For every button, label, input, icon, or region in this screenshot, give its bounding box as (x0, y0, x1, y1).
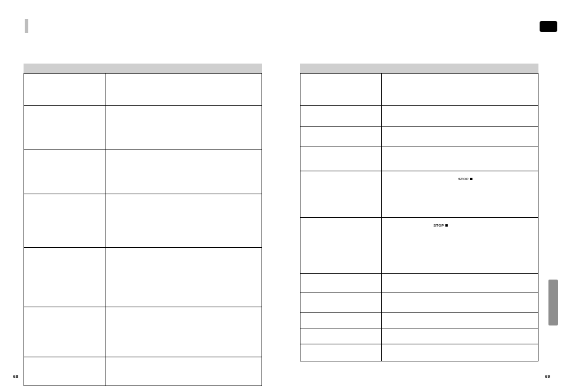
problem-cell (24, 357, 105, 386)
table-row (300, 273, 538, 293)
solution-cell (382, 74, 538, 105)
table-row (300, 74, 538, 105)
problem-cell (24, 307, 105, 357)
table-row (24, 74, 262, 105)
stop-label-text: STOP (434, 224, 444, 227)
right-header-solution (381, 64, 538, 73)
table-row (300, 105, 538, 126)
problem-cell (300, 171, 382, 217)
table-row (24, 194, 262, 247)
left-page (24, 64, 262, 386)
right-table: STOPSTOP (300, 73, 538, 361)
stop-marker: STOP (458, 177, 472, 181)
stop-icon (470, 178, 472, 180)
right-page: STOPSTOP (300, 64, 538, 361)
table-row (300, 312, 538, 328)
problem-cell (300, 127, 382, 147)
solution-cell (382, 106, 538, 126)
left-table-header (24, 64, 262, 73)
problem-cell (300, 274, 382, 293)
stop-label-text: STOP (458, 177, 468, 181)
solution-cell (382, 344, 538, 361)
table-row: STOP (300, 217, 538, 273)
solution-cell (382, 293, 538, 312)
problem-cell (24, 194, 105, 247)
problem-cell (300, 344, 382, 361)
solution-cell (382, 147, 538, 171)
table-row (300, 126, 538, 147)
table-row (24, 307, 262, 357)
table-row (24, 357, 262, 386)
left-margin-mark (25, 19, 28, 33)
solution-cell (382, 313, 538, 328)
solution-cell (105, 357, 262, 386)
stop-marker: STOP (434, 224, 448, 227)
table-row (300, 147, 538, 171)
solution-cell (105, 106, 262, 150)
table-row (24, 150, 262, 194)
right-corner-mark (540, 21, 557, 32)
problem-cell (24, 248, 105, 307)
problem-cell (300, 218, 382, 273)
problem-cell (300, 74, 382, 105)
solution-cell (382, 274, 538, 293)
left-header-solution (105, 64, 262, 73)
left-header-problem (24, 64, 105, 73)
table-row (24, 247, 262, 307)
solution-cell (105, 194, 262, 247)
solution-cell (105, 74, 262, 105)
solution-cell (105, 248, 262, 307)
problem-cell (24, 106, 105, 150)
problem-cell (300, 293, 382, 312)
right-table-header (300, 64, 538, 73)
solution-cell (382, 127, 538, 147)
left-table (24, 73, 262, 386)
solution-cell (382, 328, 538, 344)
solution-cell (105, 307, 262, 357)
problem-cell (300, 328, 382, 344)
table-row (300, 293, 538, 312)
table-row: STOP (300, 171, 538, 217)
problem-cell (300, 313, 382, 328)
problem-cell (300, 147, 382, 171)
table-row (300, 344, 538, 361)
page-number-left: 68 (13, 374, 18, 379)
problem-cell (24, 150, 105, 194)
table-row (300, 328, 538, 344)
stop-icon (445, 224, 448, 227)
solution-cell: STOP (382, 218, 538, 273)
page-number-right: 69 (545, 374, 550, 379)
solution-cell: STOP (382, 171, 538, 217)
right-side-tab (548, 280, 558, 325)
problem-cell (24, 74, 105, 105)
right-header-problem (300, 64, 381, 73)
problem-cell (300, 106, 382, 126)
table-row (24, 105, 262, 150)
solution-cell (105, 150, 262, 194)
